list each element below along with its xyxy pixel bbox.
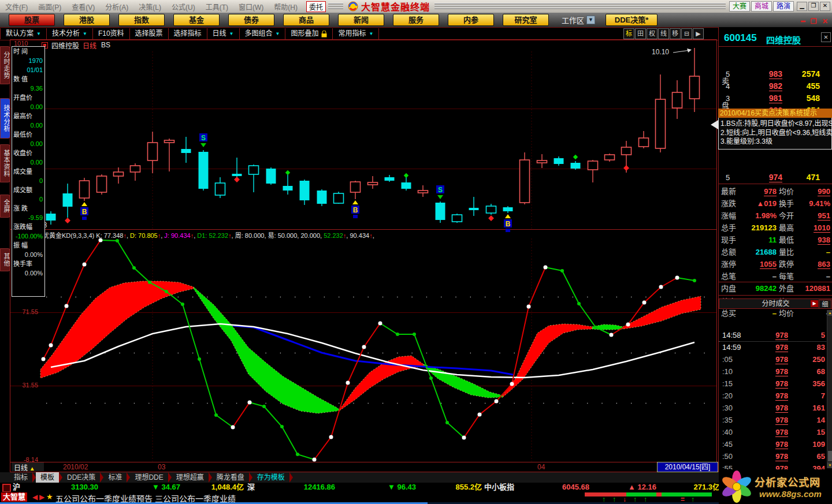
market-button[interactable]: 债券: [228, 14, 274, 26]
dde-decision-button[interactable]: DDE决策*: [606, 14, 658, 26]
bottom-tab-标准[interactable]: 标准: [103, 472, 127, 483]
time-sales-row[interactable]: :1097868: [719, 365, 827, 378]
menu-item[interactable]: 查看(V): [66, 2, 100, 12]
scroll-down-icon[interactable]: ▼: [827, 462, 832, 468]
chart-tool-▶[interactable]: ▶: [693, 28, 704, 39]
market-button[interactable]: 研究室: [503, 14, 549, 26]
ticker-next-icon[interactable]: ▶: [39, 493, 44, 501]
status-window-icon[interactable]: [2, 484, 11, 492]
detail-button[interactable]: 细: [819, 300, 831, 309]
market-button[interactable]: 基金: [173, 14, 220, 26]
chart-period-label[interactable]: 日线: [83, 40, 96, 50]
bottom-tab-存为模板[interactable]: 存为模板: [252, 472, 289, 483]
time-sales-row[interactable]: :209787: [719, 390, 827, 402]
menu-item[interactable]: 工具(T): [200, 2, 233, 12]
menu-broker[interactable]: 委托: [306, 1, 326, 12]
bid-row[interactable]: 5974471: [719, 171, 824, 184]
ask-row[interactable]: 3981548: [719, 92, 824, 104]
time-sales-row[interactable]: :5097865: [719, 450, 827, 462]
scroll-thumb[interactable]: [828, 451, 832, 461]
menu-item[interactable]: 公式(U): [166, 2, 200, 12]
panel-close-icon[interactable]: ✕: [821, 32, 831, 42]
expand-arrow-icon[interactable]: ▶: [811, 300, 818, 307]
menu-item[interactable]: 帮助(H): [269, 2, 303, 12]
indicator-text: D: 70.805: [130, 232, 158, 239]
toolbar2-item[interactable]: 常用指标▼: [333, 28, 379, 39]
sidebar-tab-全屏[interactable]: 全屏: [0, 195, 10, 218]
time-sales-header[interactable]: 分时成交 ▶ 细: [719, 298, 832, 309]
minimize-button[interactable]: ▁: [797, 2, 807, 11]
time-sales-row[interactable]: :15978356: [719, 378, 827, 390]
indicator-text: , 90.434: [346, 232, 369, 239]
market-button[interactable]: 新闻: [338, 14, 384, 26]
kd-axis-label: 71.55: [12, 308, 38, 315]
watermark-url[interactable]: www.88gs.com: [759, 489, 822, 499]
menu-item[interactable]: 文件(F): [0, 2, 33, 12]
toolbar2-item[interactable]: 默认方案▼: [0, 28, 47, 39]
chart-tool-标[interactable]: 标: [623, 28, 634, 39]
market-button[interactable]: 商品: [283, 14, 329, 26]
corner-button[interactable]: 大赛: [729, 1, 750, 12]
close-button[interactable]: ✕: [820, 2, 830, 11]
chart-tool-线[interactable]: 线: [658, 28, 669, 39]
toolbar2-item[interactable]: 技术分析▼: [47, 28, 93, 39]
chart-tool-权[interactable]: 权: [647, 28, 658, 39]
child-window-buttons[interactable]: ━ ❐ ✕: [801, 17, 830, 25]
time-sales-row[interactable]: 14:589785: [719, 329, 827, 342]
market-button[interactable]: 股票: [9, 14, 55, 26]
time-sales-row[interactable]: 14:5997883: [719, 341, 827, 353]
chart-canvas[interactable]: BBBSS10.10←7.93: [0, 0, 832, 504]
market-button[interactable]: 港股: [64, 14, 110, 26]
bottom-tab-DDE决策[interactable]: DDE决策: [62, 472, 100, 483]
info-value: 0.00: [12, 139, 44, 148]
time-sales-row[interactable]: :05978250: [719, 353, 827, 365]
info-label: 最低价: [12, 130, 44, 139]
scrollbar[interactable]: ▲ ▼: [827, 310, 832, 468]
sidebar-tab-其他[interactable]: 其他: [0, 248, 10, 271]
period-indicator[interactable]: 日线 ▲: [12, 462, 44, 471]
corner-button[interactable]: 路演: [773, 1, 794, 12]
toolbar2-item[interactable]: 图形叠加: [285, 28, 333, 39]
market-button[interactable]: 服务: [393, 14, 439, 26]
workspace-label[interactable]: 工作区: [562, 14, 584, 25]
chart-tool-田[interactable]: 田: [635, 28, 646, 39]
toolbar2-item[interactable]: 日线▼: [207, 28, 240, 39]
toolbar2-item[interactable]: 多图组合▼: [240, 28, 286, 39]
indicator-label-row[interactable]: 优黄金KD(9,3,3,4) K: 77.348↑, D: 70.805↑, J…: [43, 230, 374, 238]
menu-item[interactable]: 分析(A): [100, 2, 133, 12]
info-value: 0.00%: [12, 250, 44, 259]
info-label: 涨跌幅: [12, 222, 44, 232]
time-sales-row[interactable]: :30978161: [719, 402, 827, 414]
scroll-up-icon[interactable]: ▲: [827, 310, 832, 316]
dropdown-arrow-icon: ▼: [83, 28, 87, 39]
dazhihui-terminal: 文件(F)画面(P)查看(V)分析(A)决策(L)公式(U)工具(T)窗口(W)…: [0, 0, 832, 504]
sidebar-tab-分时走势[interactable]: 分时走势: [0, 46, 10, 84]
menu-item[interactable]: 窗口(W): [233, 2, 269, 12]
sidebar-tab-技术分析[interactable]: 技术分析: [0, 98, 10, 139]
sidebar-tab-基本资料[interactable]: 基本资料: [0, 144, 10, 182]
menu-item[interactable]: 决策(L): [133, 2, 166, 12]
market-button[interactable]: 指数: [118, 14, 165, 26]
time-sales-row[interactable]: :45978109: [719, 438, 827, 450]
bottom-tab-指标[interactable]: 指标: [9, 472, 32, 483]
corner-button[interactable]: 商城: [751, 1, 772, 12]
chart-tool-移[interactable]: 移: [670, 28, 681, 39]
market-button[interactable]: 内参: [448, 14, 494, 26]
workspace-dropdown-icon[interactable]: ▼: [586, 16, 595, 24]
bottom-tab-腾龙看盘[interactable]: 腾龙看盘: [212, 472, 249, 483]
toolbar2-item[interactable]: 选择股票: [130, 28, 169, 39]
bottom-tab-理想超赢[interactable]: 理想超赢: [172, 472, 209, 483]
bottom-tab-理想DDE[interactable]: 理想DDE: [130, 472, 168, 483]
ticker-prev-icon[interactable]: ◀: [32, 493, 38, 501]
toolbar2-item[interactable]: F10资料: [93, 28, 130, 39]
restore-button[interactable]: ❐: [808, 2, 819, 11]
menu-item[interactable]: 画面(P): [33, 2, 66, 12]
ask-row[interactable]: 59832574: [719, 68, 824, 80]
bottom-tab-模板[interactable]: 模板: [36, 472, 59, 483]
time-sales-row[interactable]: :3597814: [719, 414, 827, 426]
time-sales-row[interactable]: :4097815: [719, 426, 827, 438]
chart-tool-⊟[interactable]: ⊟: [681, 28, 692, 39]
dropdown-arrow-icon: ▼: [276, 28, 280, 39]
ask-row[interactable]: 4982455: [719, 80, 824, 92]
toolbar2-item[interactable]: 选择指标: [169, 28, 207, 39]
